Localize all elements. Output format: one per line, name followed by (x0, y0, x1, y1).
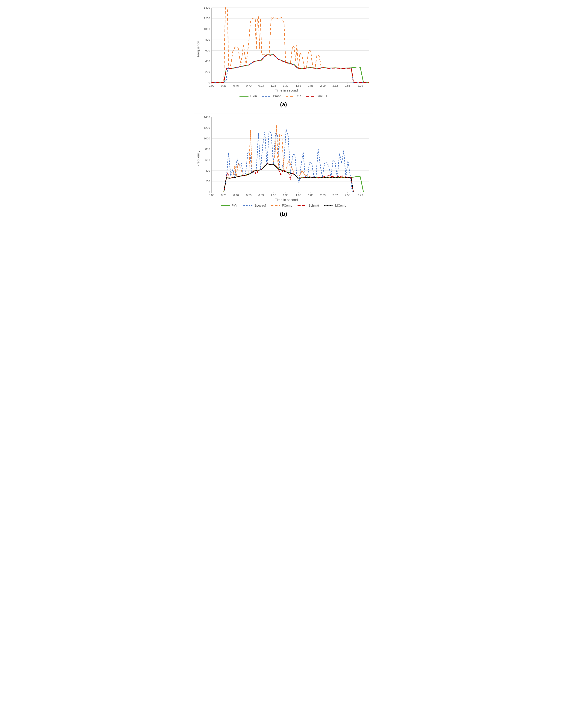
plot-wrap: Frequency02004006008001000120014000.000.… (196, 115, 371, 202)
legend-label: Specacf (254, 204, 266, 208)
legend-item-yinfft: YinFFT (306, 94, 328, 98)
legend-label: MComb (335, 204, 347, 208)
svg-text:1000: 1000 (204, 137, 210, 140)
chart-b: Frequency02004006008001000120014000.000.… (194, 113, 373, 217)
legend-item-schmitt: Schmitt (298, 204, 319, 208)
svg-text:2.09: 2.09 (320, 84, 326, 87)
svg-text:800: 800 (205, 147, 210, 151)
legend-label: Schmitt (309, 204, 319, 208)
svg-text:2.09: 2.09 (320, 194, 326, 197)
plot-column: 02004006008001000120014000.000.230.460.7… (201, 115, 371, 202)
svg-text:1.63: 1.63 (296, 84, 301, 87)
svg-text:800: 800 (205, 38, 210, 41)
legend: PYinPraatYinYinFFT (196, 94, 371, 98)
chart-panel: Frequency02004006008001000120014000.000.… (194, 4, 373, 99)
x-axis-label: Time in second (201, 198, 371, 202)
legend-item-mcomb: MComb (324, 204, 347, 208)
svg-text:2.55: 2.55 (345, 84, 350, 87)
legend-label: Praat (273, 94, 281, 98)
svg-text:400: 400 (205, 60, 210, 63)
svg-text:600: 600 (205, 158, 210, 162)
svg-text:0.46: 0.46 (233, 194, 239, 197)
svg-text:0.46: 0.46 (233, 84, 239, 87)
legend-item-pyin: PYin (239, 94, 257, 98)
svg-text:0.23: 0.23 (221, 194, 226, 197)
svg-text:1.16: 1.16 (270, 84, 276, 87)
legend-item-fcomb: FComb (271, 204, 292, 208)
legend-label: Yin (297, 94, 301, 98)
svg-text:600: 600 (205, 49, 210, 52)
legend-label: FComb (282, 204, 292, 208)
svg-text:1400: 1400 (204, 115, 210, 119)
svg-text:0.70: 0.70 (246, 194, 251, 197)
x-axis-label: Time in second (201, 89, 371, 92)
svg-text:0: 0 (208, 190, 210, 194)
chart-subcaption: (b) (194, 211, 373, 217)
svg-text:1.86: 1.86 (308, 84, 314, 87)
chart-subcaption: (a) (194, 101, 373, 108)
svg-text:2.32: 2.32 (333, 84, 338, 87)
svg-text:1.39: 1.39 (283, 194, 289, 197)
svg-text:1.16: 1.16 (270, 194, 276, 197)
y-axis-label: Frequency (196, 115, 201, 202)
svg-text:0.23: 0.23 (221, 84, 226, 87)
series-praat (211, 54, 369, 83)
series-specacf (211, 129, 369, 192)
plot-wrap: Frequency02004006008001000120014000.000.… (196, 6, 371, 92)
legend-label: YinFFT (317, 94, 328, 98)
series-fcomb (211, 126, 369, 192)
legend-label: PYin (231, 204, 238, 208)
svg-text:1.39: 1.39 (283, 84, 289, 87)
legend-item-pyin: PYin (221, 204, 238, 208)
svg-text:1200: 1200 (204, 126, 210, 129)
svg-text:200: 200 (205, 180, 210, 183)
svg-text:400: 400 (205, 169, 210, 172)
svg-text:0: 0 (208, 81, 210, 84)
svg-text:0.93: 0.93 (258, 194, 264, 197)
svg-text:2.79: 2.79 (358, 194, 363, 197)
legend-item-specacf: Specacf (243, 204, 266, 208)
svg-text:0.93: 0.93 (258, 84, 264, 87)
chart-panel: Frequency02004006008001000120014000.000.… (194, 113, 373, 209)
svg-text:2.32: 2.32 (333, 194, 338, 197)
svg-text:1400: 1400 (204, 6, 210, 9)
legend: PYinSpecacfFCombSchmittMComb (196, 204, 371, 208)
plot-column: 02004006008001000120014000.000.230.460.7… (201, 6, 371, 92)
svg-text:200: 200 (205, 70, 210, 73)
svg-text:1200: 1200 (204, 17, 210, 20)
svg-text:0.00: 0.00 (209, 84, 214, 87)
series-yin (211, 8, 369, 83)
legend-item-praat: Praat (262, 94, 281, 98)
legend-item-yin: Yin (286, 94, 301, 98)
chart-a: Frequency02004006008001000120014000.000.… (194, 4, 373, 108)
svg-text:1.86: 1.86 (308, 194, 314, 197)
svg-text:0.70: 0.70 (246, 84, 251, 87)
y-axis-label: Frequency (196, 6, 201, 92)
svg-text:2.55: 2.55 (345, 194, 350, 197)
plot-svg: 02004006008001000120014000.000.230.460.7… (201, 115, 371, 198)
svg-text:1.63: 1.63 (296, 194, 301, 197)
svg-text:2.79: 2.79 (358, 84, 363, 87)
svg-text:0.00: 0.00 (209, 194, 214, 197)
plot-svg: 02004006008001000120014000.000.230.460.7… (201, 6, 371, 88)
legend-label: PYin (250, 94, 257, 98)
svg-text:1000: 1000 (204, 27, 210, 31)
